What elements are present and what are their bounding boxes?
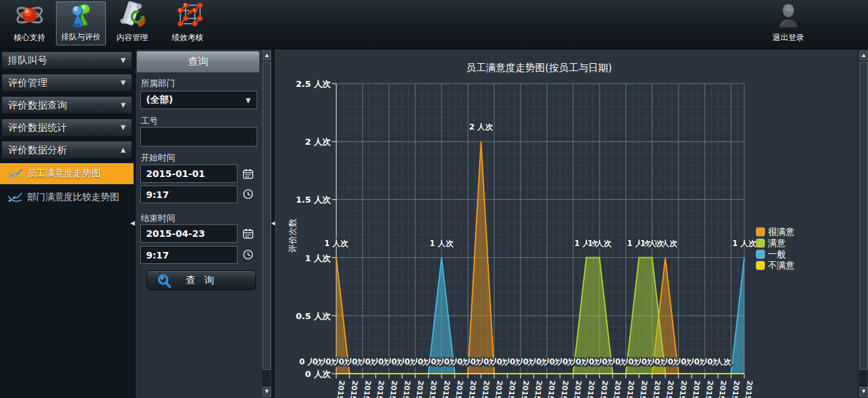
x-tick-label: 2015-02-02 (450, 380, 464, 398)
section-label: 评价数据分析 (8, 141, 67, 159)
legend-swatch-一般 (756, 250, 765, 259)
legend-label: 一般 (768, 249, 786, 259)
legend-label: 不满意 (768, 260, 795, 270)
x-tick-label: 2015-01-26 (424, 380, 438, 398)
scroll-down-icon[interactable]: ▼ (859, 387, 868, 397)
sidebar-section-evaluation-data-query[interactable]: 评价数据查询 ▼ (1, 96, 132, 114)
x-tick-label: 2015-04-06 (687, 380, 702, 398)
x-tick-label: 2015-01-01 (332, 380, 345, 398)
department-value: (全部) (146, 94, 173, 106)
toolbar-item-label: 排队与评价 (61, 32, 101, 43)
toolbar-item-performance[interactable]: 绩效考核 (163, 1, 213, 45)
section-label: 评价数据统计 (8, 119, 67, 136)
logout-button[interactable]: 退出登录 (765, 1, 812, 45)
data-point-label: 1 人次 (588, 239, 613, 248)
panel-scrollbar[interactable]: ▲ ▼ (261, 49, 271, 398)
sidebar-section-evaluation-data-analysis[interactable]: 评价数据分析 ▲ (1, 141, 132, 159)
scroll-up-icon[interactable]: ▲ (859, 51, 868, 61)
chevron-up-icon: ▲ (120, 141, 126, 159)
sidebar-item-label: 员工满意度走势图 (27, 168, 101, 180)
y-tick-label: 1.5 人次 (295, 195, 331, 205)
cube-icon (172, 1, 203, 32)
chart-scrollbar[interactable]: ▲ ▼ (858, 49, 868, 398)
sidebar-section-queue-calling[interactable]: 排队叫号 ▼ (1, 51, 132, 70)
x-tick-label: 2015-03-30 (661, 380, 675, 398)
scroll-icon (117, 1, 147, 32)
data-point-label: 1 人次 (732, 239, 757, 248)
legend-label: 很满意 (768, 226, 795, 237)
y-tick-label: 0.5 人次 (295, 311, 331, 321)
sidebar-item-department-satisfaction-trend[interactable]: 部门满意度比较走势图 (0, 187, 134, 208)
x-tick-label: 2015-03-12 (595, 380, 609, 398)
x-tick-label: 2015-04-20 (740, 380, 754, 398)
x-tick-label: 2015-01-05 (345, 380, 359, 398)
section-label: 排队叫号 (8, 52, 47, 69)
toolbar-item-content-management[interactable]: 内容管理 (107, 1, 157, 45)
clock-icon[interactable] (243, 189, 253, 202)
chart-title: 员工满意度走势图(按员工与日期) (466, 62, 612, 74)
x-tick-label: 2015-02-09 (476, 380, 490, 398)
clock-icon[interactable] (243, 249, 253, 262)
x-tick-label: 2015-02-19 (516, 380, 530, 398)
chevron-down-icon: ▼ (120, 119, 126, 136)
toolbar-item-core-support[interactable]: 核心支持 (5, 1, 55, 45)
start-time-label: 开始时间 (141, 152, 175, 164)
start-time-input[interactable] (140, 186, 238, 203)
toolbar-item-label: 退出登录 (773, 32, 804, 43)
department-select[interactable]: (全部) ▼ (140, 91, 257, 109)
sidebar-section-evaluation-management[interactable]: 评价管理 ▼ (1, 74, 132, 92)
person-icon (774, 1, 803, 32)
section-label: 评价数据查询 (8, 97, 67, 114)
data-point-label: 1 人次 (640, 239, 665, 248)
x-tick-label: 2015-04-09 (700, 380, 714, 398)
query-panel: 查询 所属部门 (全部) ▼ 工号 开始时间 结束时间 (135, 49, 261, 398)
calendar-icon[interactable] (243, 228, 253, 241)
scroll-down-icon[interactable]: ▼ (263, 387, 271, 397)
y-tick-label: 1 人次 (305, 253, 331, 263)
toolbar-item-label: 绩效考核 (172, 32, 203, 43)
x-tick-label: 2015-02-05 (463, 380, 477, 398)
sidebar-section-evaluation-data-stats[interactable]: 评价数据统计 ▼ (1, 118, 132, 137)
dropdown-arrow-icon: ▼ (245, 97, 251, 104)
x-tick-label: 2015-04-13 (713, 380, 727, 398)
x-tick-label: 2015-03-05 (569, 380, 582, 398)
department-label: 所属部门 (141, 78, 175, 89)
calendar-icon[interactable] (243, 168, 253, 182)
scrollbar-thumb[interactable] (859, 62, 868, 370)
employee-id-label: 工号 (141, 115, 158, 127)
data-point-label: 2 人次 (469, 122, 494, 132)
legend-label: 满意 (767, 237, 786, 248)
chevron-down-icon: ▼ (120, 52, 126, 69)
section-label: 评价管理 (8, 74, 47, 91)
y-tick-label: 0 人次 (305, 369, 331, 379)
y-tick-label: 2 人次 (305, 137, 331, 147)
end-time-label: 结束时间 (141, 212, 175, 224)
legend-swatch-不满意 (756, 261, 765, 270)
end-date-input[interactable] (140, 224, 238, 243)
x-tick-label: 2015-02-12 (490, 380, 503, 398)
y-tick-label: 2.5 人次 (295, 79, 331, 89)
zero-point-label: 0 人次 (707, 357, 732, 366)
x-tick-label: 2015-01-19 (397, 380, 411, 398)
scrollbar-thumb[interactable] (263, 62, 271, 370)
x-tick-label: 2015-03-09 (582, 380, 596, 398)
scroll-up-icon[interactable]: ▲ (263, 51, 271, 61)
x-tick-label: 2015-02-23 (529, 380, 543, 398)
collapse-panel-icon[interactable]: ◀ (130, 218, 136, 228)
end-time-input[interactable] (140, 246, 238, 264)
query-panel-title: 查询 (137, 51, 259, 72)
legend-swatch-满意 (756, 239, 765, 247)
x-tick-label: 2015-01-22 (411, 380, 424, 398)
toolbar-item-queue-evaluation[interactable]: 排队与评价 (56, 1, 106, 45)
x-tick-label: 2015-03-02 (555, 380, 569, 398)
atom-icon (14, 1, 45, 32)
chart-pane: 0 人次0.5 人次1 人次1.5 人次2 人次2.5 人次评价次数员工满意度走… (275, 49, 857, 398)
sidebar-item-employee-satisfaction-trend[interactable]: 员工满意度走势图 (0, 163, 134, 184)
chevron-down-icon: ▼ (120, 74, 126, 91)
search-button[interactable]: 查 询 (147, 270, 256, 290)
x-tick-label: 2015-02-26 (542, 380, 557, 398)
x-tick-label: 2015-03-19 (621, 380, 635, 398)
start-date-input[interactable] (140, 164, 238, 183)
x-tick-label: 2015-01-29 (437, 380, 451, 398)
employee-id-input[interactable] (140, 127, 257, 147)
